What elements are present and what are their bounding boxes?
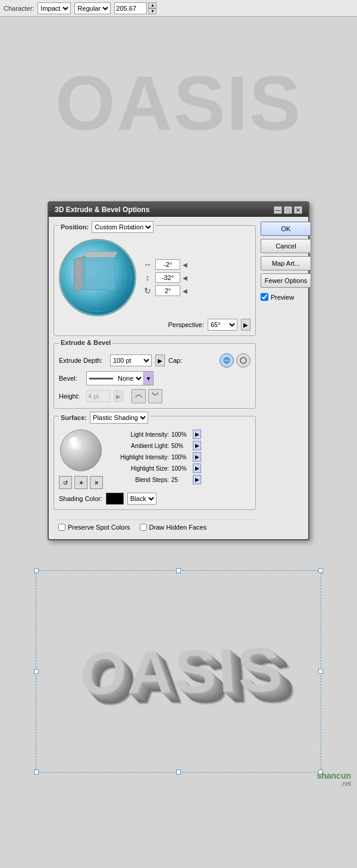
extrude-depth-label: Extrude Depth:	[59, 357, 107, 364]
draw-hidden-faces-checkbox[interactable]	[140, 524, 147, 531]
rotation-z-row: ↻ ◀	[142, 285, 187, 296]
handle-middle-right[interactable]	[318, 669, 323, 674]
perspective-arrow[interactable]: ▶	[241, 319, 250, 331]
cap-label: Cap:	[168, 357, 216, 364]
canvas-frame: OASIS	[36, 570, 321, 773]
perspective-select[interactable]: 65°	[208, 319, 237, 331]
extrude-bevel-title: Extrude & Bevel	[59, 339, 112, 346]
blend-steps-arrow[interactable]: ▶	[193, 475, 201, 484]
font-size-input[interactable]	[114, 2, 147, 14]
bevel-concave-button[interactable]	[148, 389, 162, 403]
rotation-y-input[interactable]	[155, 272, 180, 283]
close-button[interactable]: ✕	[294, 206, 302, 214]
watermark-logo: shancun	[317, 771, 351, 780]
canvas-3d: OASIS shancun .net	[0, 552, 357, 791]
preview-checkbox[interactable]	[261, 293, 268, 301]
preserve-spot-colors-item: Preserve Spot Colors	[58, 524, 130, 531]
ambient-light-label: Ambient Light:	[109, 443, 171, 449]
handle-top-left[interactable]	[34, 568, 39, 573]
font-size-spinner[interactable]: ▲ ▼	[148, 2, 156, 14]
surface-select[interactable]: Plastic Shading	[90, 412, 148, 424]
handle-bottom-center[interactable]	[176, 770, 181, 774]
dialog-left-panel: Position: Custom Rotation	[54, 222, 256, 534]
preview-row: Preview	[261, 293, 311, 301]
font-size-up[interactable]: ▲	[148, 2, 156, 8]
highlight-intensity-row: Highlight Intensity: 100% ▶	[109, 452, 250, 462]
cap-off-button[interactable]	[236, 353, 250, 368]
maximize-button[interactable]: □	[284, 206, 292, 214]
character-label: Character:	[4, 5, 34, 12]
oasis-flat-text: OASIS	[55, 58, 302, 148]
position-select[interactable]: Custom Rotation	[92, 221, 154, 233]
shading-color-swatch[interactable]	[106, 493, 124, 505]
bevel-convex-button[interactable]	[131, 389, 146, 403]
height-input[interactable]	[86, 390, 110, 402]
height-label: Height:	[59, 393, 83, 400]
ok-button[interactable]: OK	[261, 222, 311, 236]
extrude-depth-arrow[interactable]: ▶	[155, 354, 165, 366]
height-arrow[interactable]: ▶	[114, 390, 123, 402]
handle-top-center[interactable]	[176, 568, 181, 573]
cap-on-button[interactable]	[220, 353, 234, 368]
dialog-overlay: 3D Extrude & Bevel Options — □ ✕ Positio…	[0, 189, 357, 552]
surface-controls: Light Intensity: 100% ▶ Ambient Light: 5…	[109, 430, 250, 489]
rotation-z-input[interactable]	[155, 285, 180, 296]
perspective-row: Perspective: 65° ▶	[59, 319, 250, 331]
font-style-select[interactable]: Regular	[74, 2, 111, 14]
surface-content: ↺ ☀ ✕ Light Intensity: 100% ▶	[59, 430, 250, 489]
light-intensity-arrow[interactable]: ▶	[193, 430, 201, 439]
bevel-label: Bevel:	[59, 375, 83, 382]
bevel-select-wrapper: None ▼	[86, 371, 154, 385]
oasis-3d-text: OASIS	[77, 634, 288, 708]
light-intensity-label: Light Intensity:	[109, 431, 171, 438]
perspective-label: Perspective:	[168, 321, 204, 328]
handle-top-right[interactable]	[318, 568, 323, 573]
fewer-options-button[interactable]: Fewer Options	[261, 273, 311, 288]
rotation-x-input[interactable]	[155, 259, 180, 270]
highlight-size-label: Highlight Size:	[109, 465, 171, 472]
highlight-intensity-label: Highlight Intensity:	[109, 454, 171, 461]
extrude-depth-select[interactable]: 100 pt	[110, 354, 152, 366]
sphere-rotate-button[interactable]: ↺	[59, 476, 72, 489]
highlight-size-row: Highlight Size: 100% ▶	[109, 463, 250, 473]
sphere-light-button[interactable]: ☀	[74, 476, 87, 489]
shading-color-label: Shading Color:	[59, 495, 102, 502]
shading-color-select[interactable]: Black	[127, 493, 156, 505]
bevel-row: Bevel: None ▼	[59, 371, 250, 385]
height-row: Height: ▶	[59, 389, 250, 403]
handle-bottom-left[interactable]	[34, 770, 39, 774]
surface-group: Surface: Plastic Shading	[54, 416, 256, 510]
bevel-select[interactable]: None	[115, 372, 143, 385]
preview-label: Preview	[271, 294, 294, 301]
light-intensity-row: Light Intensity: 100% ▶	[109, 430, 250, 439]
surface-content-wrapper: ↺ ☀ ✕ Light Intensity: 100% ▶	[59, 430, 250, 505]
font-family-select[interactable]: Impact	[37, 2, 71, 14]
ambient-light-row: Ambient Light: 50% ▶	[109, 441, 250, 450]
3d-extrude-bevel-dialog: 3D Extrude & Bevel Options — □ ✕ Positio…	[48, 201, 309, 540]
oasis-3d-container: OASIS	[77, 636, 280, 707]
sphere-preview-section: ↺ ☀ ✕	[59, 430, 103, 489]
map-art-button[interactable]: Map Art...	[261, 256, 311, 270]
bevel-line-icon	[89, 378, 113, 379]
titlebar-buttons: — □ ✕	[274, 206, 302, 214]
extrude-bevel-group: Extrude & Bevel Extrude Depth: 100 pt ▶ …	[54, 343, 256, 409]
handle-middle-left[interactable]	[34, 669, 39, 674]
sphere-delete-button[interactable]: ✕	[90, 476, 103, 489]
cancel-button[interactable]: Cancel	[261, 239, 311, 253]
ambient-light-arrow[interactable]: ▶	[193, 441, 201, 450]
highlight-size-arrow[interactable]: ▶	[193, 463, 201, 473]
rotation-y-row: ↕ ◀	[142, 272, 187, 283]
dialog-body: Position: Custom Rotation	[49, 217, 308, 539]
preserve-spot-colors-checkbox[interactable]	[58, 524, 65, 531]
font-size-down[interactable]: ▼	[148, 8, 156, 14]
preserve-spot-colors-label: Preserve Spot Colors	[68, 524, 130, 531]
bevel-arrow[interactable]: ▼	[143, 372, 153, 385]
rotation-sphere[interactable]	[59, 239, 136, 316]
watermark: shancun .net	[317, 771, 351, 787]
shading-color-row: Shading Color: Black	[59, 493, 250, 505]
light-intensity-value: 100%	[171, 431, 193, 438]
highlight-intensity-arrow[interactable]: ▶	[193, 452, 201, 462]
dialog-title: 3D Extrude & Bevel Options	[55, 206, 149, 214]
watermark-domain: .net	[341, 780, 351, 787]
minimize-button[interactable]: —	[274, 206, 282, 214]
